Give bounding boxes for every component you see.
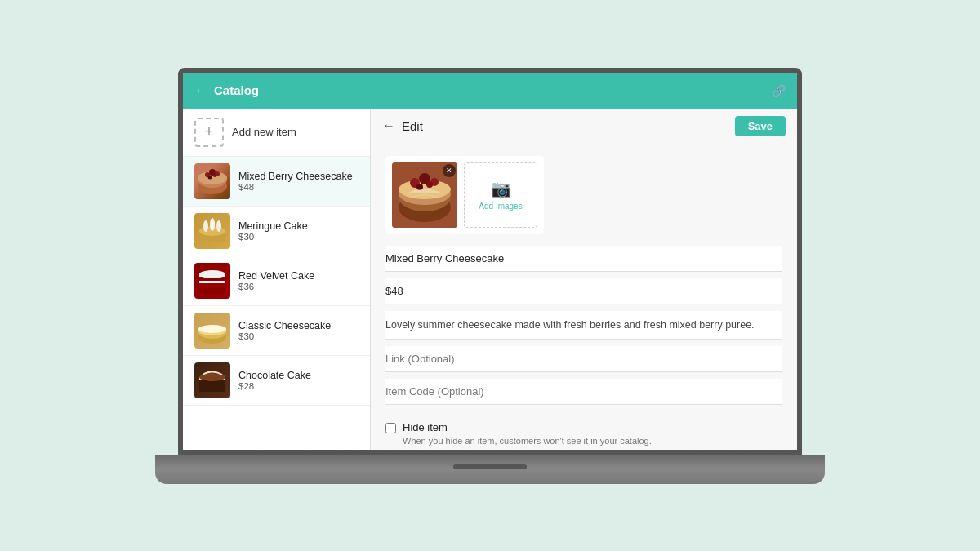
back-button-edit[interactable]: ← [382, 118, 395, 133]
item-thumbnail [194, 263, 230, 299]
item-thumbnail [194, 362, 230, 398]
item-code-input[interactable] [385, 379, 782, 405]
svg-point-22 [198, 325, 226, 333]
edit-content: ✕ 📷 Add Images Lovely summer [371, 144, 797, 450]
add-item-button[interactable]: + Add new item [183, 109, 370, 157]
svg-point-10 [203, 220, 208, 232]
svg-rect-25 [199, 384, 225, 392]
image-close-button[interactable]: ✕ [443, 164, 456, 177]
hide-item-desc: When you hide an item, customers won't s… [403, 435, 652, 447]
item-price: $30 [238, 331, 331, 341]
item-name: Meringue Cake [238, 220, 308, 232]
back-button-left[interactable]: ← [194, 83, 207, 98]
catalog-list: Mixed Berry Cheesecake $48 Meringue Cake [183, 157, 370, 450]
svg-point-36 [426, 181, 433, 188]
link-input[interactable] [385, 346, 782, 372]
item-price: $28 [238, 381, 311, 391]
item-info: Mixed Berry Cheesecake $48 [238, 171, 353, 192]
link-icon: 🔗 [772, 84, 786, 97]
price-input[interactable] [385, 278, 782, 304]
item-info: Classic Cheesecake $30 [238, 320, 331, 341]
add-images-label: Add Images [479, 202, 522, 211]
item-thumbnail [194, 163, 230, 199]
hide-item-checkbox[interactable] [385, 423, 396, 433]
list-item[interactable]: Mixed Berry Cheesecake $48 [183, 157, 370, 207]
item-name: Chocolate Cake [238, 370, 311, 381]
description-text: Lovely summer cheesecake made with fresh… [385, 311, 782, 340]
catalog-title: Catalog [214, 83, 765, 97]
edit-header: ← Edit Save [371, 109, 797, 144]
svg-point-12 [216, 220, 221, 232]
list-item[interactable]: Red Velvet Cake $36 [183, 256, 370, 306]
hide-item-info: Hide item When you hide an item, custome… [403, 421, 652, 447]
svg-rect-17 [199, 287, 225, 294]
item-price: $30 [238, 232, 308, 242]
item-thumbnail [194, 213, 230, 249]
catalog-panel: + Add new item Mixed Berry Cheesecake [183, 109, 371, 450]
item-info: Meringue Cake $30 [238, 220, 308, 242]
list-item[interactable]: Chocolate Cake $28 [183, 356, 370, 406]
svg-point-7 [213, 174, 216, 177]
item-price: $36 [238, 282, 314, 291]
hide-item-row: Hide item When you hide an item, custome… [385, 415, 782, 449]
item-price: $48 [238, 182, 353, 192]
list-item[interactable]: Meringue Cake $30 [183, 207, 370, 256]
item-thumbnail [194, 313, 230, 349]
edit-panel: ← Edit Save ✕ [371, 109, 797, 450]
list-item[interactable]: Classic Cheesecake $30 [183, 306, 370, 356]
svg-point-11 [210, 218, 215, 231]
svg-point-6 [208, 175, 212, 179]
item-info: Chocolate Cake $28 [238, 370, 311, 391]
svg-rect-16 [199, 281, 225, 283]
item-name-input[interactable] [385, 246, 782, 272]
item-name: Mixed Berry Cheesecake [238, 171, 353, 182]
hide-item-label: Hide item [403, 421, 652, 433]
item-info: Red Velvet Cake $36 [238, 270, 314, 291]
camera-icon: 📷 [491, 179, 511, 198]
edit-title: Edit [402, 119, 728, 133]
add-images-button[interactable]: 📷 Add Images [464, 162, 537, 228]
item-name: Classic Cheesecake [238, 320, 331, 331]
images-section: ✕ 📷 Add Images [385, 156, 544, 234]
item-name: Red Velvet Cake [238, 270, 314, 282]
save-button[interactable]: Save [735, 116, 786, 136]
svg-point-18 [199, 270, 225, 278]
add-icon: + [194, 118, 224, 147]
main-image-container: ✕ [392, 162, 457, 228]
add-item-label: Add new item [232, 126, 296, 138]
